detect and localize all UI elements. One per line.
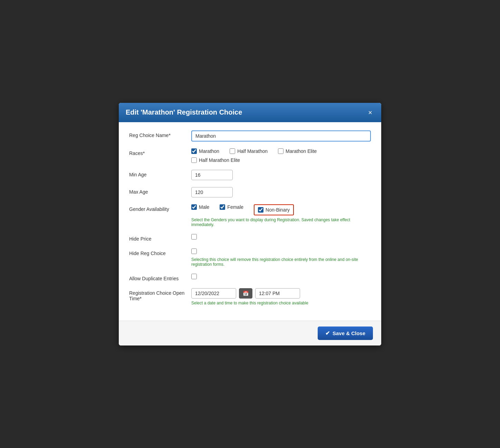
gender-female-checkbox[interactable]	[220, 204, 225, 210]
hide-reg-choice-control: Selecting this choice will remove this r…	[191, 249, 371, 267]
calendar-icon: 📅	[243, 291, 249, 296]
gender-nonbinary-item[interactable]: Non-Binary	[254, 204, 294, 215]
open-time-label: Registration Choice Open Time*	[129, 288, 191, 301]
calendar-button[interactable]: 📅	[239, 288, 252, 299]
reg-choice-name-control	[191, 130, 371, 142]
modal: Edit 'Marathon' Registration Choice × Re…	[119, 103, 381, 345]
modal-overlay: Edit 'Marathon' Registration Choice × Re…	[0, 0, 500, 448]
races-control: Marathon Half Marathon Marathon Elite	[191, 148, 371, 163]
min-age-control	[191, 170, 371, 180]
race-half-marathon-elite-checkbox[interactable]	[191, 157, 197, 163]
save-check-icon: ✔	[325, 330, 330, 337]
gender-male-checkbox[interactable]	[191, 204, 197, 210]
allow-duplicate-control	[191, 274, 371, 280]
modal-header: Edit 'Marathon' Registration Choice ×	[119, 103, 381, 122]
allow-duplicate-row: Allow Duplicate Entries	[129, 274, 371, 281]
max-age-input[interactable]	[191, 187, 233, 197]
hide-reg-choice-note: Selecting this choice will remove this r…	[191, 257, 371, 267]
race-half-marathon-checkbox[interactable]	[230, 148, 235, 154]
race-half-marathon-item[interactable]: Half Marathon	[230, 148, 268, 154]
modal-title: Edit 'Marathon' Registration Choice	[126, 108, 242, 116]
race-marathon-elite-item[interactable]: Marathon Elite	[278, 148, 317, 154]
open-time-row: Registration Choice Open Time* 📅 Select …	[129, 288, 371, 305]
gender-availability-control: Male Female Non-Binary Select the Gender…	[191, 204, 371, 227]
gender-availability-row: Gender Availability Male Female	[129, 204, 371, 227]
min-age-row: Min Age	[129, 170, 371, 180]
save-close-label: Save & Close	[333, 330, 365, 336]
race-marathon-label: Marathon	[199, 148, 219, 154]
gender-female-label: Female	[227, 204, 243, 210]
allow-duplicate-label: Allow Duplicate Entries	[129, 274, 191, 281]
race-marathon-checkbox[interactable]	[191, 148, 197, 154]
open-time-note: Select a date and time to make this regi…	[191, 301, 371, 305]
max-age-row: Max Age	[129, 187, 371, 197]
gender-male-item[interactable]: Male	[191, 204, 209, 210]
close-button[interactable]: ×	[366, 108, 374, 117]
race-half-marathon-label: Half Marathon	[237, 148, 268, 154]
hide-price-label: Hide Price	[129, 234, 191, 242]
hide-price-row: Hide Price	[129, 234, 371, 242]
hide-reg-choice-checkbox[interactable]	[191, 249, 197, 254]
allow-duplicate-checkbox[interactable]	[191, 274, 197, 279]
gender-female-item[interactable]: Female	[220, 204, 243, 210]
gender-availability-label: Gender Availability	[129, 204, 191, 212]
race-marathon-item[interactable]: Marathon	[191, 148, 219, 154]
gender-male-label: Male	[199, 204, 209, 210]
race-half-marathon-elite-label: Half Marathon Elite	[199, 157, 240, 163]
modal-footer: ✔ Save & Close	[119, 321, 381, 345]
reg-choice-name-row: Reg Choice Name*	[129, 130, 371, 142]
race-marathon-elite-label: Marathon Elite	[286, 148, 317, 154]
races-checkbox-group: Marathon Half Marathon Marathon Elite	[191, 148, 371, 163]
gender-note: Select the Genders you want to display d…	[191, 217, 371, 227]
gender-nonbinary-checkbox[interactable]	[258, 207, 263, 213]
save-close-button[interactable]: ✔ Save & Close	[318, 327, 373, 340]
hide-price-checkbox[interactable]	[191, 234, 197, 240]
gender-nonbinary-label: Non-Binary	[266, 207, 290, 213]
reg-choice-name-input[interactable]	[191, 130, 371, 142]
modal-body: Reg Choice Name* Races* Marathon	[119, 122, 381, 321]
max-age-label: Max Age	[129, 187, 191, 195]
races-label: Races*	[129, 148, 191, 156]
race-marathon-elite-checkbox[interactable]	[278, 148, 283, 154]
gender-checkbox-group: Male Female Non-Binary	[191, 204, 371, 215]
race-half-marathon-elite-item[interactable]: Half Marathon Elite	[191, 157, 240, 163]
max-age-control	[191, 187, 371, 197]
hide-price-control	[191, 234, 371, 241]
date-input-group: 📅	[191, 288, 371, 299]
hide-reg-choice-label: Hide Reg Choice	[129, 249, 191, 256]
reg-choice-name-label: Reg Choice Name*	[129, 130, 191, 138]
min-age-input[interactable]	[191, 170, 233, 180]
hide-reg-choice-row: Hide Reg Choice Selecting this choice wi…	[129, 249, 371, 267]
min-age-label: Min Age	[129, 170, 191, 177]
open-time-control: 📅 Select a date and time to make this re…	[191, 288, 371, 305]
open-time-input[interactable]	[255, 288, 300, 299]
open-date-input[interactable]	[191, 288, 236, 299]
races-row: Races* Marathon Half Marathon	[129, 148, 371, 163]
